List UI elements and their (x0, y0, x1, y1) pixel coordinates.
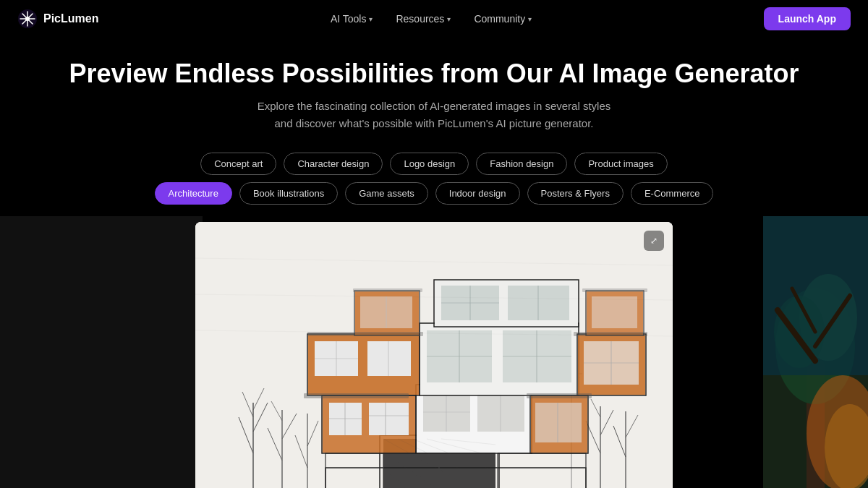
hero-section: Preview Endless Possibilities from Our A… (0, 38, 868, 145)
tab-character-design[interactable]: Character design (284, 153, 383, 175)
svg-rect-95 (592, 296, 637, 328)
architecture-illustration (195, 222, 673, 488)
tab-ecommerce[interactable]: E-Commerce (631, 182, 714, 205)
tab-posters-flyers[interactable]: Posters & Flyers (527, 182, 624, 205)
chevron-down-icon: ▾ (369, 15, 373, 23)
svg-rect-53 (423, 392, 470, 432)
content-area: ⤢ (0, 216, 868, 488)
nav-resources[interactable]: Resources ▾ (396, 13, 451, 25)
side-panel-right (763, 216, 868, 488)
expand-button[interactable]: ⤢ (644, 231, 664, 251)
brand-name: PicLumen (43, 12, 98, 25)
chevron-down-icon: ▾ (447, 15, 451, 23)
tab-concept-art[interactable]: Concept art (200, 153, 276, 175)
tab-logo-design[interactable]: Logo design (390, 153, 469, 175)
svg-rect-96 (304, 393, 409, 398)
tabs-row-1: Concept art Character design Logo design… (0, 145, 868, 175)
tabs-row-2: Architecture Book illustrations Game ass… (0, 175, 868, 205)
tab-fashion-design[interactable]: Fashion design (476, 153, 567, 175)
right-panel-image (763, 216, 868, 488)
tab-architecture[interactable]: Architecture (155, 182, 232, 205)
svg-rect-100 (353, 288, 422, 292)
hero-title: Preview Endless Possibilities from Our A… (17, 58, 851, 89)
svg-rect-97 (527, 393, 592, 398)
nav-links: AI Tools ▾ Resources ▾ Community ▾ (331, 13, 532, 25)
svg-rect-54 (477, 392, 524, 432)
svg-rect-65 (367, 341, 411, 376)
svg-rect-101 (582, 288, 647, 292)
tab-book-illustrations[interactable]: Book illustrations (239, 182, 338, 205)
tab-product-images[interactable]: Product images (574, 153, 667, 175)
hero-subtitle: Explore the fascinating collection of AI… (17, 98, 851, 132)
launch-app-button[interactable]: Launch App (764, 7, 851, 30)
navbar: PicLumen AI Tools ▾ Resources ▾ Communit… (0, 0, 868, 38)
tab-indoor-design[interactable]: Indoor design (435, 182, 520, 205)
svg-rect-45 (329, 403, 362, 435)
chevron-down-icon: ▾ (528, 15, 532, 23)
svg-rect-89 (508, 286, 569, 320)
logo-icon (17, 9, 38, 29)
brand-logo[interactable]: PicLumen (17, 9, 98, 29)
svg-point-1 (25, 17, 30, 21)
svg-rect-46 (369, 403, 409, 435)
svg-rect-9 (763, 216, 868, 375)
tab-game-assets[interactable]: Game assets (345, 182, 428, 205)
svg-rect-60 (535, 403, 582, 442)
nav-ai-tools[interactable]: AI Tools ▾ (331, 13, 373, 25)
nav-community[interactable]: Community ▾ (474, 13, 532, 25)
main-image-card: ⤢ (195, 222, 673, 488)
side-panel-left (0, 216, 203, 488)
